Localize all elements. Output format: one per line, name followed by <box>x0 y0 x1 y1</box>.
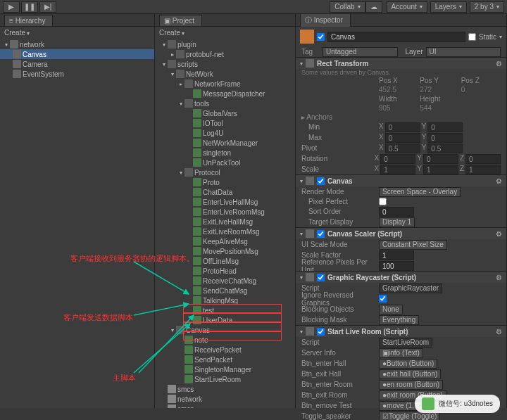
num-field[interactable]: 0 <box>423 154 458 164</box>
fold-icon[interactable]: ▾ <box>177 170 184 176</box>
project-item[interactable]: NetWorkManager <box>155 138 295 148</box>
layer-dropdown[interactable]: UI <box>426 47 501 57</box>
scale-mode-dropdown[interactable]: Constant Pixel Size <box>379 240 447 250</box>
active-checkbox[interactable] <box>317 33 325 41</box>
fold-icon[interactable]: ▾ <box>300 231 303 237</box>
project-item[interactable]: SendChatMsg <box>155 286 295 295</box>
account-dropdown[interactable]: Account <box>387 1 427 13</box>
project-item[interactable]: UserData <box>155 315 295 325</box>
hierarchy-item[interactable]: EventSystem <box>0 69 154 79</box>
step-button[interactable]: ▶| <box>39 1 56 13</box>
tag-dropdown[interactable]: Untagged <box>323 47 398 57</box>
fold-icon[interactable]: ▾ <box>169 327 176 333</box>
project-item[interactable]: ReceiveChatMsg <box>155 276 295 286</box>
project-item[interactable]: ▾Canvas <box>155 325 295 335</box>
render-mode-dropdown[interactable]: Screen Space - Overlay <box>379 187 461 197</box>
fold-icon[interactable]: ▸ <box>169 51 176 58</box>
fold-icon[interactable]: ▾ <box>300 61 303 67</box>
project-item[interactable]: IOTool <box>155 118 295 128</box>
num-field[interactable]: 0.5 <box>385 144 420 153</box>
project-item[interactable]: ProtoHead <box>155 266 295 276</box>
num-field[interactable]: 0 <box>385 122 420 132</box>
enabled-checkbox[interactable] <box>317 230 325 238</box>
project-item[interactable]: MovePositionMsg <box>155 246 295 256</box>
pixel-perfect-checkbox[interactable] <box>379 198 387 205</box>
collab-dropdown[interactable]: Collab <box>330 1 365 13</box>
canvas-header[interactable]: ▾Canvas⚙ <box>296 174 506 186</box>
num-field[interactable]: 1 <box>465 165 501 174</box>
fold-icon[interactable]: ▾ <box>177 101 184 107</box>
fold-icon[interactable]: ▾ <box>161 61 168 68</box>
fold-icon[interactable]: ▸ <box>177 81 184 87</box>
project-item[interactable]: ▾NetWork <box>155 69 295 79</box>
object-field[interactable]: ● Button (Button) <box>379 359 437 369</box>
project-item[interactable]: MessageDispatcher <box>155 89 295 98</box>
project-item[interactable]: SingletonManager <box>155 364 295 374</box>
static-checkbox[interactable] <box>468 33 476 41</box>
project-item[interactable]: GlobalVars <box>155 108 295 118</box>
fold-icon[interactable]: ▾ <box>300 329 303 335</box>
project-item[interactable]: ChatData <box>155 187 295 197</box>
project-item[interactable]: smcs <box>155 384 295 394</box>
mask-dropdown[interactable]: Everything <box>379 315 419 325</box>
project-item[interactable]: ▾plugin <box>155 39 295 49</box>
project-item[interactable]: OffLineMsg <box>155 256 295 266</box>
num-field[interactable]: 1 <box>379 250 414 260</box>
raycaster-header[interactable]: ▾Graphic Raycaster (Script)⚙ <box>296 271 506 283</box>
hierarchy-item-selected[interactable]: Canvas <box>0 49 154 59</box>
gear-icon[interactable]: ⚙ <box>496 230 502 238</box>
project-item[interactable]: StartLiveRoom <box>155 374 295 384</box>
project-item[interactable]: note <box>155 335 295 345</box>
project-item[interactable]: EnterLiveRoomMsg <box>155 207 295 217</box>
project-item[interactable]: network <box>155 394 295 404</box>
num-field[interactable]: 0 <box>379 207 414 217</box>
gear-icon[interactable]: ⚙ <box>496 177 502 185</box>
enabled-checkbox[interactable] <box>317 274 325 281</box>
scaler-header[interactable]: ▾Canvas Scaler (Script)⚙ <box>296 227 506 239</box>
hierarchy-tab[interactable]: ≡ Hierarchy <box>4 15 53 26</box>
num-field[interactable]: 0 <box>427 133 463 143</box>
hierarchy-create[interactable]: Create <box>4 29 30 37</box>
project-create[interactable]: Create <box>159 29 184 37</box>
object-name-field[interactable] <box>327 32 465 42</box>
cloud-button[interactable]: ☁ <box>365 1 382 13</box>
object-field[interactable]: ▣ info (Text) <box>379 348 423 358</box>
project-item[interactable]: test <box>155 305 295 315</box>
hierarchy-item[interactable]: Camera <box>0 59 154 69</box>
enabled-checkbox[interactable] <box>317 177 325 185</box>
project-item[interactable]: EnterLiveHallMsg <box>155 197 295 207</box>
project-item[interactable]: ▸NetworkFrame <box>155 79 295 89</box>
fold-icon[interactable]: ▾ <box>3 42 10 48</box>
num-field[interactable]: 0 <box>385 133 420 143</box>
project-item[interactable]: singleton <box>155 148 295 158</box>
inspector-tab[interactable]: ⓘ Inspector <box>300 13 351 27</box>
project-item[interactable]: TalkingMsg <box>155 295 295 305</box>
layers-dropdown[interactable]: Layers <box>430 1 467 13</box>
layout-dropdown[interactable]: 2 by 3 <box>470 1 504 13</box>
project-item[interactable]: smcs <box>155 404 295 408</box>
start-live-room-header[interactable]: ▾Start Live Room (Script)⚙ <box>296 325 506 337</box>
blocking-dropdown[interactable]: None <box>379 305 403 314</box>
project-item[interactable]: KeepAliveMsg <box>155 236 295 246</box>
project-item[interactable]: ExitLiveRoomMsg <box>155 227 295 236</box>
num-field[interactable]: 0 <box>380 154 415 164</box>
gear-icon[interactable]: ⚙ <box>496 328 502 336</box>
project-item[interactable]: Proto <box>155 177 295 187</box>
gear-icon[interactable]: ⚙ <box>496 274 502 281</box>
target-display-dropdown[interactable]: Display 1 <box>379 217 415 227</box>
num-field[interactable]: 1 <box>380 165 415 174</box>
project-item[interactable]: ▾tools <box>155 98 295 108</box>
rect-transform-header[interactable]: ▾Rect Transform⚙ <box>296 57 506 69</box>
play-button[interactable]: ▶ <box>3 1 20 13</box>
project-item[interactable]: SendPacket <box>155 355 295 364</box>
fold-icon[interactable]: ▾ <box>300 178 303 184</box>
pause-button[interactable]: ❚❚ <box>21 1 38 13</box>
gear-icon[interactable]: ⚙ <box>496 60 502 68</box>
project-item[interactable]: UnPackTool <box>155 158 295 167</box>
object-field[interactable]: ● en room (Button) <box>379 380 443 390</box>
project-item[interactable]: ▸protobuf-net <box>155 49 295 59</box>
num-field[interactable]: 1 <box>423 165 458 174</box>
object-field[interactable]: ● exit hall (Button) <box>379 369 441 379</box>
ignore-reversed-checkbox[interactable] <box>379 295 387 303</box>
hierarchy-item[interactable]: ▾network <box>0 39 154 49</box>
